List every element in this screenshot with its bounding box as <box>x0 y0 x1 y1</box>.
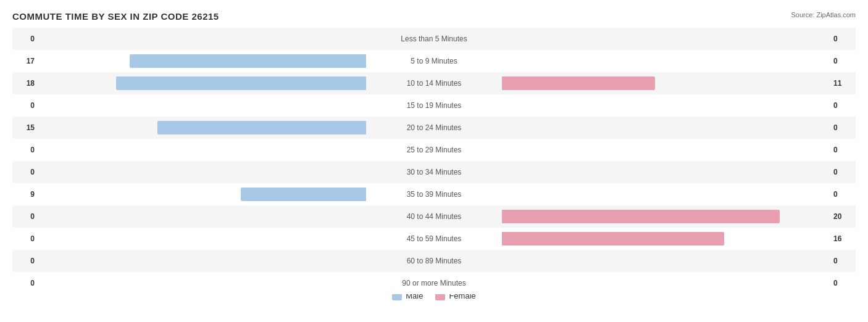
source-label: Source: ZipAtlas.com <box>791 11 856 19</box>
male-bar <box>116 76 366 90</box>
female-value: 0 <box>831 257 856 265</box>
row-label: 40 to 44 Minutes <box>366 212 502 221</box>
table-row: 15 0 20 to 24 Minutes <box>12 117 856 139</box>
bars-wrapper: 60 to 89 Minutes <box>37 250 831 272</box>
male-bar-area <box>37 121 366 134</box>
male-value: 0 <box>12 212 37 221</box>
table-row: 0 0 60 to 89 Minutes <box>12 250 856 272</box>
male-bar-area <box>37 276 366 290</box>
bars-wrapper: 40 to 44 Minutes <box>37 205 831 228</box>
table-row: 0 0 Less than 5 Minutes <box>12 28 856 50</box>
chart-title: COMMUTE TIME BY SEX IN ZIP CODE 26215 <box>12 11 856 22</box>
male-bar-area <box>37 210 366 223</box>
female-bar-area <box>502 276 831 290</box>
male-value: 0 <box>12 234 37 243</box>
row-label: 30 to 34 Minutes <box>366 168 502 176</box>
bars-wrapper: 15 to 19 Minutes <box>37 94 831 117</box>
male-value: 0 <box>12 146 37 154</box>
female-value: 0 <box>831 35 856 43</box>
female-bar-area <box>502 32 831 46</box>
female-value: 0 <box>831 168 856 176</box>
female-bar-area <box>502 54 831 68</box>
row-label: 25 to 29 Minutes <box>366 146 502 154</box>
female-value: 20 <box>831 212 856 221</box>
male-bar-area <box>37 54 366 68</box>
female-bar-area <box>502 254 831 268</box>
female-bar-area <box>502 121 831 134</box>
female-value: 16 <box>831 234 856 243</box>
bars-wrapper: Less than 5 Minutes <box>37 28 831 50</box>
male-value: 0 <box>12 257 37 265</box>
male-bar-area <box>37 188 366 201</box>
bars-wrapper: 45 to 59 Minutes <box>37 228 831 250</box>
bars-wrapper: 30 to 34 Minutes <box>37 161 831 183</box>
female-bar-area <box>502 143 831 157</box>
row-label: Less than 5 Minutes <box>366 35 502 43</box>
row-label: 60 to 89 Minutes <box>366 257 502 265</box>
male-bar-area <box>37 254 366 268</box>
chart-container: COMMUTE TIME BY SEX IN ZIP CODE 26215 So… <box>0 0 868 322</box>
table-row: 0 0 15 to 19 Minutes <box>12 94 856 117</box>
male-value: 15 <box>12 123 37 132</box>
male-value: 0 <box>12 35 37 43</box>
female-value: 0 <box>831 123 856 132</box>
male-value: 0 <box>12 279 37 287</box>
bars-wrapper: 35 to 39 Minutes <box>37 183 831 205</box>
bars-wrapper: 5 to 9 Minutes <box>37 50 831 72</box>
bars-wrapper: 10 to 14 Minutes <box>37 72 831 94</box>
bars-wrapper: 20 to 24 Minutes <box>37 117 831 139</box>
table-row: 17 0 5 to 9 Minutes <box>12 50 856 72</box>
female-value: 0 <box>831 57 856 65</box>
bars-wrapper: 90 or more Minutes <box>37 272 831 294</box>
female-bar-area <box>502 76 831 90</box>
female-bar <box>502 232 724 246</box>
male-bar <box>130 54 366 68</box>
male-value: 9 <box>12 190 37 199</box>
table-row: 9 0 35 to 39 Minutes <box>12 183 856 205</box>
row-label: 20 to 24 Minutes <box>366 123 502 132</box>
bars-wrapper: 25 to 29 Minutes <box>37 139 831 161</box>
female-bar-area <box>502 210 831 223</box>
male-bar <box>241 188 366 201</box>
male-bar-area <box>37 32 366 46</box>
row-label: 10 to 14 Minutes <box>366 79 502 88</box>
female-bar <box>502 210 780 223</box>
male-value: 0 <box>12 101 37 110</box>
male-bar-area <box>37 232 366 246</box>
female-value: 0 <box>831 101 856 110</box>
female-bar-area <box>502 165 831 179</box>
table-row: 0 0 25 to 29 Minutes <box>12 139 856 161</box>
table-row: 0 20 40 to 44 Minutes <box>12 205 856 228</box>
table-row: 0 16 45 to 59 Minutes <box>12 228 856 250</box>
row-label: 5 to 9 Minutes <box>366 57 502 65</box>
male-value: 0 <box>12 168 37 176</box>
female-bar-area <box>502 188 831 201</box>
female-bar <box>502 76 655 90</box>
female-value: 0 <box>831 279 856 287</box>
female-bar-area <box>502 99 831 112</box>
male-bar-area <box>37 76 366 90</box>
row-label: 35 to 39 Minutes <box>366 190 502 199</box>
female-value: 11 <box>831 79 856 88</box>
male-bar-area <box>37 99 366 112</box>
chart-area: 0 0 Less than 5 Minutes 17 0 5 to 9 Minu… <box>12 28 856 277</box>
male-bar-area <box>37 165 366 179</box>
table-row: 0 0 30 to 34 Minutes <box>12 161 856 183</box>
female-value: 0 <box>831 190 856 199</box>
male-value: 18 <box>12 79 37 88</box>
male-bar-area <box>37 143 366 157</box>
row-label: 90 or more Minutes <box>366 279 502 287</box>
female-bar-area <box>502 232 831 246</box>
male-value: 17 <box>12 57 37 65</box>
table-row: 18 11 10 to 14 Minutes <box>12 72 856 94</box>
female-value: 0 <box>831 146 856 154</box>
table-row: 0 0 90 or more Minutes <box>12 272 856 294</box>
row-label: 15 to 19 Minutes <box>366 101 502 110</box>
row-label: 45 to 59 Minutes <box>366 234 502 243</box>
male-bar <box>157 121 366 134</box>
